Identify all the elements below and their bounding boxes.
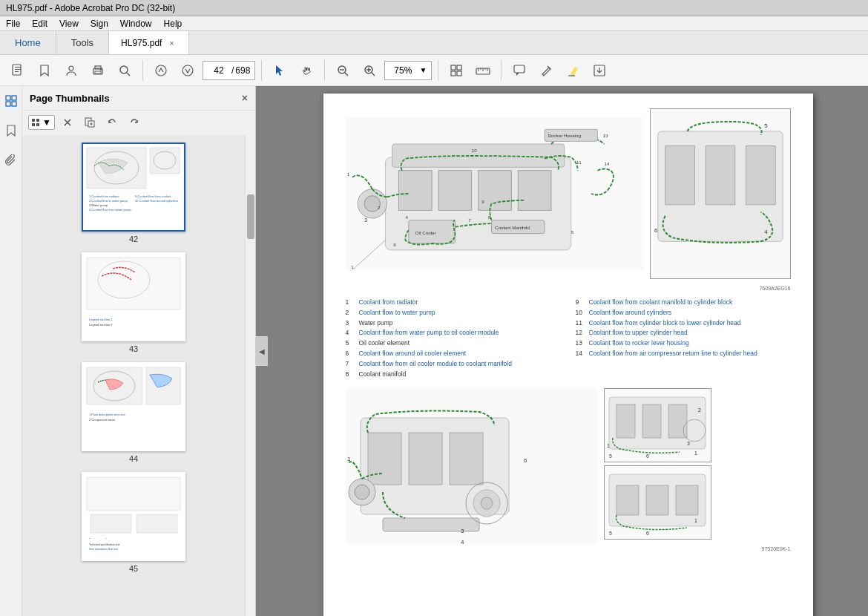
svg-rect-39 bbox=[12, 96, 16, 100]
svg-rect-90 bbox=[438, 171, 472, 211]
menu-file[interactable]: File bbox=[6, 19, 20, 29]
share-button[interactable] bbox=[59, 59, 83, 82]
comment-button[interactable] bbox=[507, 59, 531, 82]
collapse-panel-button[interactable]: ◀ bbox=[256, 336, 268, 366]
svg-text:Rocker Housing: Rocker Housing bbox=[548, 133, 581, 138]
svg-text:4: 4 bbox=[764, 229, 768, 235]
bottom-diagram-area: 1 6 3 4 bbox=[346, 388, 791, 544]
side-inset-diagram: 4 5 6 bbox=[650, 108, 791, 279]
bookmark-button[interactable] bbox=[33, 59, 56, 82]
highlight-button[interactable] bbox=[561, 59, 585, 82]
insert-page-button[interactable] bbox=[80, 114, 99, 131]
menu-window[interactable]: Window bbox=[120, 19, 152, 29]
svg-rect-65 bbox=[87, 258, 180, 309]
fit-page-button[interactable] bbox=[444, 59, 468, 82]
menu-sign[interactable]: Sign bbox=[91, 19, 108, 29]
toolbar: / 698 ▼ bbox=[0, 55, 868, 86]
thumbnail-44[interactable]: 1 Flow description item one 2 Component … bbox=[82, 362, 185, 463]
svg-text:1: 1 bbox=[347, 456, 351, 462]
page-navigation[interactable]: / 698 bbox=[203, 61, 255, 80]
svg-text:5: 5 bbox=[609, 453, 612, 459]
pen-button[interactable] bbox=[534, 59, 558, 82]
svg-rect-142 bbox=[617, 404, 635, 438]
page-scroll-area[interactable]: 3 1 2 Oil Cooler bbox=[268, 86, 868, 616]
thumbnails-scroll-area: 1 Coolant from radiator 2 Coolant flow t… bbox=[22, 135, 255, 616]
toolbar-separator-1 bbox=[142, 60, 143, 81]
toolbar-separator-2 bbox=[261, 60, 262, 81]
legend-6: 6 Coolant flow around oil cooler element bbox=[346, 350, 561, 358]
page-down-button[interactable] bbox=[176, 59, 200, 82]
thumbnail-label-43: 43 bbox=[129, 344, 138, 353]
thumbnail-image-44[interactable]: 1 Flow description item one 2 Component … bbox=[82, 362, 185, 451]
thumbnail-43[interactable]: Legend text line 1 Legend text line 2 43 bbox=[82, 252, 185, 353]
tab-file[interactable]: HL975.pdf × bbox=[109, 31, 189, 54]
share-doc-button[interactable] bbox=[588, 59, 611, 82]
rotate-cw-button[interactable] bbox=[125, 114, 144, 131]
svg-rect-78 bbox=[87, 477, 180, 511]
thumbnail-image-45[interactable]: Text content line More description Techn… bbox=[82, 472, 185, 561]
thumbnails-list: 1 Coolant from radiator 2 Coolant flow t… bbox=[22, 135, 245, 616]
svg-rect-8 bbox=[95, 71, 101, 73]
svg-rect-79 bbox=[91, 514, 131, 533]
zoom-out-button[interactable] bbox=[331, 59, 355, 82]
svg-text:1: 1 bbox=[607, 443, 610, 448]
svg-rect-2 bbox=[15, 69, 21, 70]
svg-point-139 bbox=[481, 497, 493, 509]
svg-rect-132 bbox=[383, 518, 479, 531]
menu-help[interactable]: Help bbox=[164, 19, 183, 29]
svg-text:2: 2 bbox=[377, 205, 380, 210]
svg-rect-129 bbox=[450, 433, 483, 485]
tab-close-button[interactable]: × bbox=[166, 38, 177, 48]
thumbnail-image-42[interactable]: 1 Coolant from radiator 2 Coolant flow t… bbox=[82, 142, 185, 232]
legend-4: 4 Coolant flow from water pump to oil co… bbox=[346, 329, 561, 338]
hand-tool-button[interactable] bbox=[295, 59, 318, 82]
thumbnail-42[interactable]: 1 Coolant from radiator 2 Coolant flow t… bbox=[82, 142, 185, 243]
attachments-icon[interactable] bbox=[2, 151, 20, 169]
tab-tools[interactable]: Tools bbox=[56, 31, 109, 54]
current-page-input[interactable] bbox=[208, 65, 230, 76]
thumbnail-45[interactable]: Text content line More description Techn… bbox=[82, 472, 185, 573]
menu-edit[interactable]: Edit bbox=[32, 19, 47, 29]
new-button[interactable] bbox=[6, 59, 30, 82]
page-up-button[interactable] bbox=[149, 59, 173, 82]
thumbnails-icon[interactable] bbox=[2, 92, 20, 110]
panel-close-button[interactable]: × bbox=[242, 92, 248, 104]
zoom-level-group[interactable]: ▼ bbox=[384, 61, 432, 80]
zoom-in-button[interactable] bbox=[358, 59, 381, 82]
svg-rect-23 bbox=[457, 65, 461, 70]
search-button[interactable] bbox=[113, 59, 137, 82]
measure-button[interactable] bbox=[471, 59, 495, 82]
delete-page-button[interactable] bbox=[58, 114, 77, 131]
svg-rect-121 bbox=[746, 146, 775, 205]
rotate-ccw-button[interactable] bbox=[102, 114, 122, 131]
tab-bar: Home Tools HL975.pdf × bbox=[0, 31, 868, 55]
svg-text:3: 3 bbox=[687, 441, 690, 446]
toolbar-separator-3 bbox=[324, 60, 325, 81]
svg-rect-38 bbox=[6, 96, 10, 100]
thumbnail-image-43[interactable]: Legend text line 1 Legend text line 2 bbox=[82, 252, 185, 341]
legend-1: 1 Coolant from radiator bbox=[346, 298, 561, 307]
zoom-input[interactable] bbox=[389, 65, 416, 76]
select-cursor-button[interactable] bbox=[268, 59, 292, 82]
print-button[interactable] bbox=[86, 59, 110, 82]
zoom-dropdown-arrow[interactable]: ▼ bbox=[419, 66, 427, 74]
menu-view[interactable]: View bbox=[59, 19, 79, 29]
panel-scroll-thumb[interactable] bbox=[247, 194, 254, 239]
panel-scrollbar[interactable] bbox=[245, 135, 255, 616]
svg-text:13: 13 bbox=[602, 133, 608, 138]
tab-home[interactable]: Home bbox=[0, 31, 56, 54]
thumbnail-size-dropdown[interactable]: ▼ bbox=[28, 115, 55, 130]
svg-rect-143 bbox=[642, 404, 661, 438]
svg-rect-40 bbox=[6, 102, 10, 106]
bookmarks-icon[interactable] bbox=[2, 122, 20, 140]
svg-rect-80 bbox=[137, 514, 177, 533]
svg-text:2  Coolant flow to water pump: 2 Coolant flow to water pump bbox=[89, 199, 128, 203]
svg-rect-3 bbox=[15, 71, 19, 72]
thumbnail-label-42: 42 bbox=[129, 235, 138, 243]
svg-rect-22 bbox=[451, 65, 456, 70]
svg-rect-24 bbox=[451, 71, 456, 76]
svg-rect-1 bbox=[15, 67, 21, 68]
main-engine-diagram: 3 1 2 Oil Cooler bbox=[346, 108, 644, 279]
menu-bar: File Edit View Sign Window Help bbox=[0, 16, 868, 31]
legend-9: 9 Coolant flow from coolant manifold to … bbox=[576, 298, 791, 307]
